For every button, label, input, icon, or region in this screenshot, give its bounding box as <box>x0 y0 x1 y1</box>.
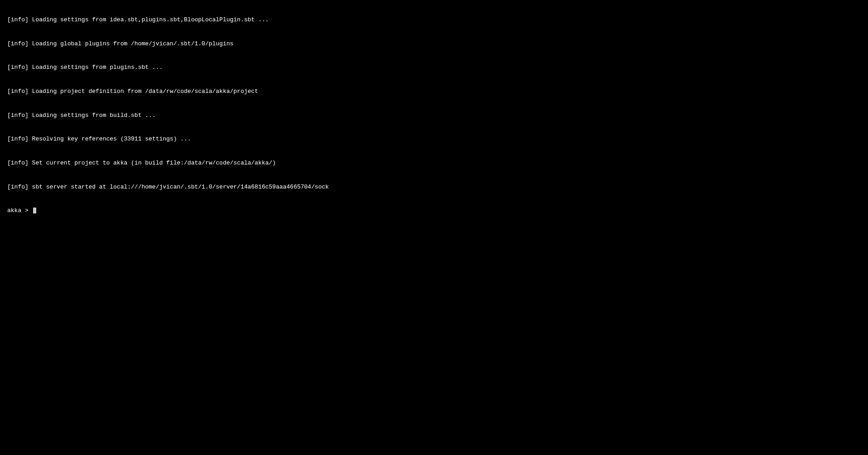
log-line: [info] Loading settings from idea.sbt,pl… <box>7 16 861 24</box>
log-line: [info] Loading settings from plugins.sbt… <box>7 63 861 72</box>
prompt-text: akka > <box>7 207 32 215</box>
log-text: Loading settings from build.sbt ... <box>29 112 156 119</box>
log-text: Loading settings from plugins.sbt ... <box>29 64 163 71</box>
log-prefix: [info] <box>7 88 29 95</box>
log-prefix: [info] <box>7 64 29 71</box>
log-line: [info] Resolving key references (33911 s… <box>7 135 861 143</box>
log-text: Resolving key references (33911 settings… <box>29 136 191 142</box>
log-prefix: [info] <box>7 16 29 23</box>
log-text: Set current project to akka (in build fi… <box>29 160 276 166</box>
log-prefix: [info] <box>7 40 29 47</box>
log-line: [info] Loading settings from build.sbt .… <box>7 111 861 120</box>
log-text: Loading global plugins from /home/jvican… <box>29 40 233 47</box>
terminal-output[interactable]: [info] Loading settings from idea.sbt,pl… <box>0 0 868 223</box>
log-text: sbt server started at local:///home/jvic… <box>29 184 329 190</box>
log-line: [info] Loading global plugins from /home… <box>7 40 861 48</box>
log-prefix: [info] <box>7 160 29 166</box>
log-line: [info] sbt server started at local:///ho… <box>7 183 861 191</box>
log-prefix: [info] <box>7 136 29 142</box>
log-prefix: [info] <box>7 184 29 190</box>
prompt-line[interactable]: akka > <box>7 207 861 215</box>
log-text: Loading project definition from /data/rw… <box>29 88 258 95</box>
log-prefix: [info] <box>7 112 29 119</box>
log-line: [info] Loading project definition from /… <box>7 87 861 96</box>
log-text: Loading settings from idea.sbt,plugins.s… <box>29 16 269 23</box>
cursor-icon <box>33 208 36 213</box>
log-line: [info] Set current project to akka (in b… <box>7 159 861 167</box>
